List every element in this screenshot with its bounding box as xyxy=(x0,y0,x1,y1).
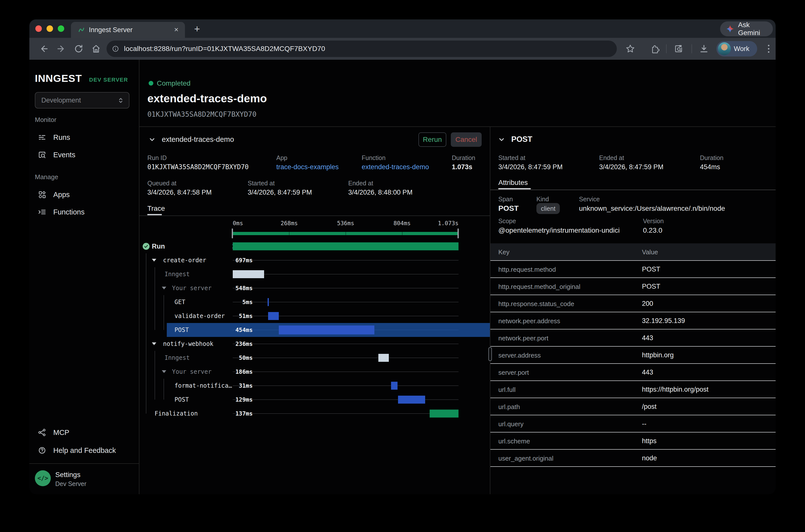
check-circle-icon xyxy=(143,243,150,250)
sidebar-item-runs[interactable]: Runs xyxy=(30,129,139,145)
table-row[interactable]: url.fullhttps://httpbin.org/post xyxy=(490,381,775,398)
table-row[interactable]: server.addresshttpbin.org xyxy=(490,347,775,364)
download-icon[interactable] xyxy=(698,43,709,54)
environment-select[interactable]: Development xyxy=(35,92,129,109)
chevron-down-icon[interactable] xyxy=(152,259,156,262)
chevron-down-icon[interactable] xyxy=(162,287,166,289)
collapse-trace-icon[interactable] xyxy=(148,136,156,143)
trace-span-bar[interactable] xyxy=(267,298,269,306)
tab-trace[interactable]: Trace xyxy=(147,205,165,212)
tab-trace-underline xyxy=(147,214,162,215)
trace-row-post[interactable]: POST454ms xyxy=(139,323,490,337)
sidebar-settings[interactable]: </> Settings Dev Server xyxy=(35,470,134,488)
sidebar-item-apps[interactable]: Apps xyxy=(30,187,139,203)
trace-span-bar[interactable] xyxy=(391,382,397,390)
sidebar-item-events[interactable]: Events xyxy=(30,147,139,163)
trace-row-create-order[interactable]: create-order697ms xyxy=(139,253,490,267)
trace-row-your-server[interactable]: Your server186ms xyxy=(139,365,490,379)
trace-row-notify-webhook[interactable]: notify-webhook236ms xyxy=(139,337,490,351)
sidebar-item-functions[interactable]: Functions xyxy=(30,204,139,220)
browser-tab[interactable]: Inngest Server × xyxy=(71,22,185,38)
zoom-window-button[interactable] xyxy=(58,25,64,32)
help-icon xyxy=(38,446,46,455)
reload-icon[interactable] xyxy=(73,43,84,54)
trace-span-bar[interactable] xyxy=(378,354,389,362)
meta-value-duration: 1.073s xyxy=(452,163,472,171)
table-row[interactable]: url.query-- xyxy=(490,415,775,433)
trace-row-inngest[interactable]: Inngest50ms xyxy=(139,351,490,365)
row-track-line xyxy=(233,413,458,414)
minimap-left-handle[interactable] xyxy=(232,228,233,239)
trace-row-format-notifica-[interactable]: format-notifica…31ms xyxy=(139,379,490,393)
close-tab-icon[interactable]: × xyxy=(174,25,179,34)
meta-value-function[interactable]: extended-traces-demo xyxy=(362,163,429,171)
table-row[interactable]: http.request.methodPOST xyxy=(490,261,775,278)
desktop: Inngest Server × + Ask Gemini xyxy=(0,0,805,532)
toolbar-divider xyxy=(666,44,667,53)
chevron-down-icon[interactable] xyxy=(162,370,166,373)
trace-span-bar[interactable] xyxy=(430,410,458,418)
sidebar-item-help-and-feedback[interactable]: Help and Feedback xyxy=(30,442,139,458)
trace-row-run[interactable]: Run1.073s xyxy=(139,240,490,253)
rerun-button[interactable]: Rerun xyxy=(418,132,446,147)
tree-indent-guide xyxy=(154,267,155,330)
table-row[interactable]: network.peer.address32.192.95.139 xyxy=(490,312,775,329)
trace-row-name: format-notifica… xyxy=(174,382,232,389)
address-bar[interactable]: localhost:8288/run?runID=01KJXTWA35SA8D2… xyxy=(107,41,617,57)
trace-row-post[interactable]: POST129ms xyxy=(139,393,490,406)
trace-span-bar[interactable] xyxy=(398,396,425,404)
trace-row-duration: 697ms xyxy=(236,257,252,264)
minimize-window-button[interactable] xyxy=(46,25,53,32)
sidebar-item-mcp[interactable]: MCP xyxy=(30,424,139,440)
gemini-icon xyxy=(726,24,734,33)
table-row[interactable]: server.port443 xyxy=(490,364,775,381)
cancel-button[interactable]: Cancel xyxy=(451,132,482,147)
sidebar-section-label: Monitor xyxy=(35,116,56,124)
trace-span-bar[interactable] xyxy=(279,325,374,335)
meta-label: Duration xyxy=(452,154,475,162)
ask-gemini-button[interactable]: Ask Gemini xyxy=(720,21,773,36)
collapse-span-icon[interactable] xyxy=(498,136,505,143)
attr-key: url.full xyxy=(498,386,516,394)
tab-attributes[interactable]: Attributes xyxy=(498,179,528,187)
trace-row-your-server[interactable]: Your server548ms xyxy=(139,281,490,295)
profile-button[interactable]: Work xyxy=(716,41,757,56)
trace-row-validate-order[interactable]: validate-order51ms xyxy=(139,309,490,323)
table-row[interactable]: http.request.method_originalPOST xyxy=(490,278,775,295)
trace-row-inngest[interactable]: Inngest149ms xyxy=(139,267,490,281)
back-icon[interactable] xyxy=(38,43,49,54)
row-track-line xyxy=(233,274,458,274)
minimap-right-handle[interactable] xyxy=(457,228,459,239)
table-row[interactable]: http.response.status_code200 xyxy=(490,295,775,312)
trace-span-bar[interactable] xyxy=(268,312,279,320)
row-track-line xyxy=(233,260,458,261)
attr-key: network.peer.address xyxy=(498,317,560,325)
home-icon[interactable] xyxy=(91,43,101,54)
bookmark-star-icon[interactable] xyxy=(625,43,636,54)
scope-label: Scope xyxy=(498,217,516,225)
table-row[interactable]: url.path/post xyxy=(490,398,775,415)
meta-value-app[interactable]: trace-docs-examples xyxy=(276,163,339,171)
trace-span-bar[interactable] xyxy=(233,242,458,250)
extensions-icon[interactable] xyxy=(649,43,660,54)
span-label: Span xyxy=(498,195,513,203)
kind-label: Kind xyxy=(537,195,549,203)
table-row[interactable]: user_agent.originalnode xyxy=(490,450,775,467)
forward-icon[interactable] xyxy=(56,43,67,54)
row-track-line xyxy=(233,372,458,372)
close-window-button[interactable] xyxy=(35,25,42,32)
table-row[interactable]: url.schemehttps xyxy=(490,433,775,450)
attr-key: http.response.status_code xyxy=(498,300,574,308)
browser-menu-icon[interactable] xyxy=(763,43,774,54)
meta-value-run-id: 01KJXTWA35SA8D2MCQF7BXYD70 xyxy=(147,163,249,171)
trace-span-bar[interactable] xyxy=(233,270,264,278)
trace-row-finalization[interactable]: Finalization137ms xyxy=(139,406,490,420)
chevron-down-icon[interactable] xyxy=(152,342,156,345)
site-info-icon[interactable] xyxy=(112,45,119,53)
trace-row-get[interactable]: GET5ms xyxy=(139,295,490,309)
attr-key: server.port xyxy=(498,369,529,377)
tab-search-icon[interactable] xyxy=(673,43,684,54)
new-tab-button[interactable]: + xyxy=(194,24,200,34)
sidebar-divider xyxy=(30,463,139,464)
table-row[interactable]: network.peer.port443 xyxy=(490,329,775,347)
